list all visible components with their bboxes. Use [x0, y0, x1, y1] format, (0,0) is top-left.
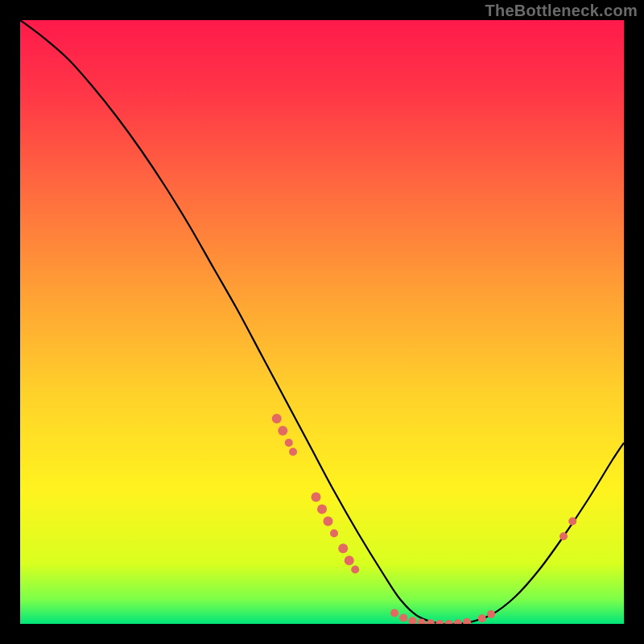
data-point	[324, 517, 333, 526]
chart-svg	[20, 20, 624, 624]
data-point	[312, 493, 321, 502]
data-point	[478, 614, 486, 622]
data-point	[399, 614, 407, 622]
data-point	[317, 505, 327, 514]
chart-container: TheBottleneck.com	[0, 0, 644, 644]
data-point	[487, 610, 495, 618]
data-point	[338, 543, 348, 553]
data-point	[278, 426, 287, 436]
data-point	[351, 566, 359, 574]
data-point	[272, 414, 282, 423]
watermark-label: TheBottleneck.com	[485, 2, 638, 20]
plot-area	[20, 20, 624, 624]
data-point	[568, 518, 576, 526]
data-point	[345, 555, 354, 565]
data-point	[559, 532, 568, 540]
data-point	[390, 609, 398, 617]
data-point	[285, 439, 293, 447]
data-point	[330, 530, 338, 538]
gradient-background	[20, 20, 624, 624]
data-point	[289, 448, 297, 456]
